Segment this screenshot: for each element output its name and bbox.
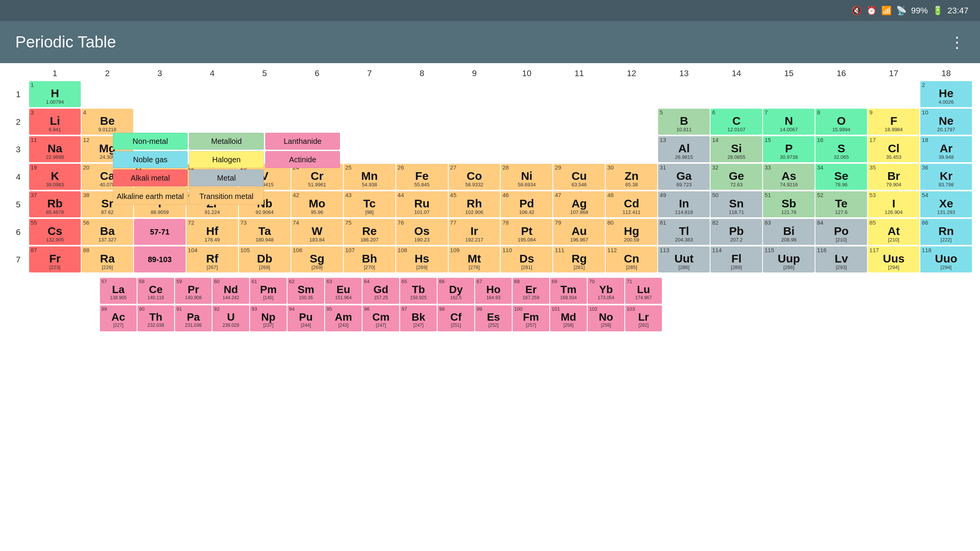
element-Sm[interactable]: 62Sm150.36 (287, 278, 324, 304)
element-Nd[interactable]: 60Nd144.242 (212, 278, 249, 304)
element-Po[interactable]: 84Po[210] (815, 219, 867, 245)
element-Cs[interactable]: 55Cs132.905 (29, 219, 81, 245)
menu-button[interactable]: ⋮ (949, 33, 965, 51)
element-N[interactable]: 7N14.0067 (763, 109, 815, 135)
element-Uuo[interactable]: 118Uuo[294] (920, 246, 972, 272)
element-Dy[interactable]: 66Dy162.5 (438, 278, 474, 304)
element-Ag[interactable]: 47Ag107.868 (553, 191, 605, 217)
element-Fe[interactable]: 26Fe55.845 (396, 164, 448, 190)
element-Mt[interactable]: 109Mt[278] (449, 246, 500, 272)
element-Uup[interactable]: 115Uup[288] (763, 246, 815, 272)
element-Am[interactable]: 95Am[243] (325, 305, 362, 331)
element-He[interactable]: 2He4.0026 (920, 81, 972, 107)
element-O[interactable]: 8O15.9994 (815, 109, 867, 135)
element-Sn[interactable]: 50Sn118.71 (710, 191, 762, 217)
element-Ir[interactable]: 77Ir192.217 (449, 219, 500, 245)
element-Xe[interactable]: 54Xe131.293 (920, 191, 972, 217)
element-Es[interactable]: 99Es[252] (475, 305, 512, 331)
element-Ga[interactable]: 31Ga69.723 (658, 164, 710, 190)
element-Fm[interactable]: 100Fm[257] (513, 305, 549, 331)
element-Ar[interactable]: 18Ar39.948 (920, 136, 972, 162)
element-Db[interactable]: 105Db[268] (239, 246, 291, 272)
element-Pm[interactable]: 61Pm[145] (250, 278, 287, 304)
element-K[interactable]: 19K39.0983 (29, 164, 81, 190)
element-Lu[interactable]: 71Lu174.967 (625, 278, 662, 304)
element-Au[interactable]: 79Au196.967 (553, 219, 605, 245)
element-Si[interactable]: 14Si28.0855 (710, 136, 762, 162)
element-Pa[interactable]: 91Pa231.036 (175, 305, 212, 331)
element-Sb[interactable]: 51Sb121.76 (763, 191, 815, 217)
element-Ac[interactable]: 89Ac[227] (100, 305, 137, 331)
element-Cl[interactable]: 17Cl35.453 (868, 136, 920, 162)
element-Ge[interactable]: 32Ge72.63 (710, 164, 762, 190)
element-Cn[interactable]: 112Cn[285] (606, 246, 657, 272)
element-[interactable]: 57-71 (134, 219, 186, 245)
element-Er[interactable]: 68Er167.259 (513, 278, 549, 304)
element-Hg[interactable]: 80Hg200.59 (606, 219, 657, 245)
element-Cd[interactable]: 48Cd112.411 (606, 191, 657, 217)
element-Eu[interactable]: 63Eu151.964 (325, 278, 362, 304)
element-Tl[interactable]: 81Tl204.383 (658, 219, 710, 245)
element-H[interactable]: 1H1.00794 (29, 81, 81, 107)
element-Te[interactable]: 52Te127.6 (815, 191, 867, 217)
element-Uut[interactable]: 113Uut[286] (658, 246, 710, 272)
element-Fr[interactable]: 87Fr[223] (29, 246, 81, 272)
element-No[interactable]: 102No[259] (588, 305, 624, 331)
element-Rg[interactable]: 111Rg[281] (553, 246, 605, 272)
element-Kr[interactable]: 36Kr83.798 (920, 164, 972, 190)
element-Sg[interactable]: 106Sg[269] (291, 246, 343, 272)
element-Li[interactable]: 3Li6.941 (29, 109, 81, 135)
element-At[interactable]: 85At[210] (868, 219, 920, 245)
element-Ce[interactable]: 58Ce140.116 (137, 278, 174, 304)
element-Co[interactable]: 27Co58.9332 (449, 164, 500, 190)
element-Np[interactable]: 93Np[237] (250, 305, 287, 331)
element-Bh[interactable]: 107Bh[270] (344, 246, 395, 272)
element-Hf[interactable]: 72Hf178.49 (186, 219, 238, 245)
element-Fl[interactable]: 114Fl[289] (710, 246, 762, 272)
element-Lr[interactable]: 103Lr[262] (625, 305, 662, 331)
element-Ra[interactable]: 88Ra[226] (82, 246, 133, 272)
element-Lv[interactable]: 116Lv[293] (815, 246, 867, 272)
element-Ds[interactable]: 110Ds[281] (501, 246, 552, 272)
element-W[interactable]: 74W183.84 (291, 219, 343, 245)
element-Rh[interactable]: 45Rh102.906 (449, 191, 500, 217)
element-Ba[interactable]: 56Ba137.327 (82, 219, 133, 245)
element-Se[interactable]: 34Se78.96 (815, 164, 867, 190)
element-C[interactable]: 6C12.0107 (710, 109, 762, 135)
element-Bi[interactable]: 83Bi208.98 (763, 219, 815, 245)
element-Cm[interactable]: 96Cm[247] (363, 305, 399, 331)
element-In[interactable]: 49In114.818 (658, 191, 710, 217)
element-Mn[interactable]: 25Mn54.938 (344, 164, 395, 190)
element-Md[interactable]: 101Md[258] (550, 305, 587, 331)
element-Tb[interactable]: 65Tb158.925 (400, 278, 437, 304)
element-Pu[interactable]: 94Pu[244] (287, 305, 324, 331)
element-Re[interactable]: 75Re186.207 (344, 219, 395, 245)
element-Be[interactable]: 4Be9.01218 (82, 109, 133, 135)
element-Rn[interactable]: 86Rn[222] (920, 219, 972, 245)
element-Tm[interactable]: 69Tm168.934 (550, 278, 587, 304)
element-Bk[interactable]: 97Bk[247] (400, 305, 437, 331)
element-Cf[interactable]: 98Cf[251] (438, 305, 474, 331)
element-B[interactable]: 5B10.811 (658, 109, 710, 135)
element-Ru[interactable]: 44Ru101.07 (396, 191, 448, 217)
element-Hs[interactable]: 108Hs[269] (396, 246, 448, 272)
element-Zn[interactable]: 30Zn65.38 (606, 164, 657, 190)
element-Th[interactable]: 90Th232.038 (137, 305, 174, 331)
element-Os[interactable]: 76Os190.23 (396, 219, 448, 245)
element-Rf[interactable]: 104Rf[267] (186, 246, 238, 272)
element-Tc[interactable]: 43Tc[98] (344, 191, 395, 217)
element-La[interactable]: 57La138.905 (100, 278, 137, 304)
element-Na[interactable]: 11Na22.9898 (29, 136, 81, 162)
element-Br[interactable]: 35Br79.904 (868, 164, 920, 190)
element-[interactable]: 89-103 (134, 246, 186, 272)
element-Pb[interactable]: 82Pb207.2 (710, 219, 762, 245)
element-U[interactable]: 92U238.029 (212, 305, 249, 331)
element-Cu[interactable]: 29Cu63.546 (553, 164, 605, 190)
element-Yb[interactable]: 70Yb173.054 (588, 278, 624, 304)
element-S[interactable]: 16S32.065 (815, 136, 867, 162)
element-I[interactable]: 53I126.904 (868, 191, 920, 217)
element-Ni[interactable]: 28Ni58.6934 (501, 164, 552, 190)
element-Pd[interactable]: 46Pd106.42 (501, 191, 552, 217)
element-Uus[interactable]: 117Uus[294] (868, 246, 920, 272)
element-Al[interactable]: 13Al26.9815 (658, 136, 710, 162)
